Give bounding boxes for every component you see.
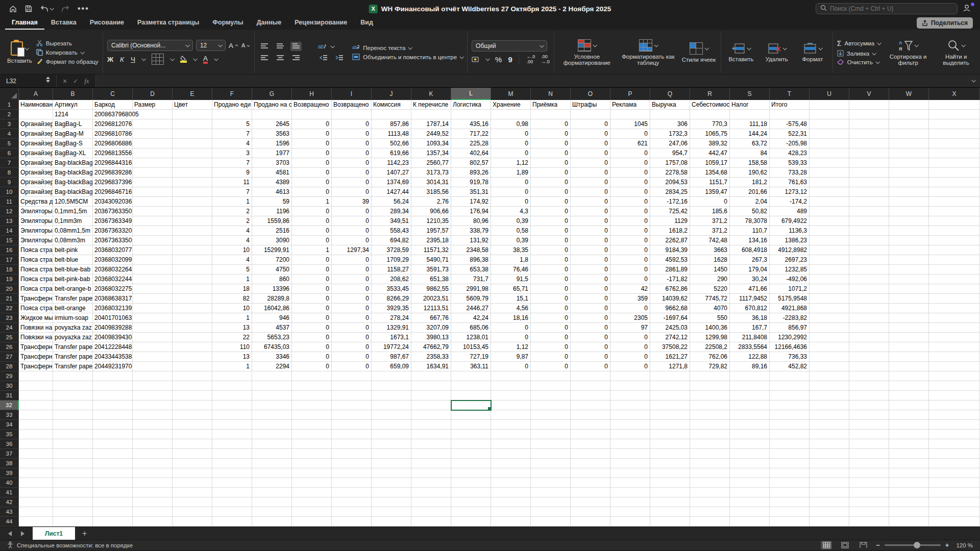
cell[interactable]: 1142,23	[372, 158, 411, 168]
cell[interactable]	[730, 459, 770, 468]
column-header[interactable]: S	[730, 88, 770, 100]
cell[interactable]: 0	[571, 265, 610, 274]
cell[interactable]	[929, 129, 980, 139]
cell[interactable]	[730, 468, 770, 478]
cell[interactable]: 5	[212, 119, 252, 129]
cell[interactable]: 1354,68	[690, 168, 730, 178]
cell[interactable]	[889, 265, 929, 274]
cell[interactable]	[889, 478, 929, 488]
cell[interactable]	[929, 517, 980, 527]
column-header[interactable]: X	[929, 88, 980, 100]
cell[interactable]: 0	[531, 226, 571, 236]
cell[interactable]: 18,16	[491, 313, 531, 323]
cell[interactable]: Transfer pape	[53, 342, 93, 352]
cell[interactable]: 15299,91	[252, 245, 292, 255]
cell[interactable]	[53, 517, 93, 527]
cell[interactable]: Bag-blackBag	[53, 168, 93, 178]
cell[interactable]	[491, 449, 531, 459]
cell[interactable]: 30,24	[730, 274, 770, 284]
cell[interactable]	[212, 449, 252, 459]
cell[interactable]: 20401701063	[93, 313, 133, 323]
cell[interactable]	[810, 323, 849, 333]
row-header[interactable]: 39	[0, 468, 19, 478]
cell[interactable]: 8266,29	[372, 294, 411, 304]
cell[interactable]: 1400,36	[690, 323, 730, 333]
cell[interactable]	[332, 449, 372, 459]
cell[interactable]: Органайзеры	[19, 139, 53, 148]
cell[interactable]	[810, 439, 849, 449]
cell[interactable]: 1238,01	[451, 333, 491, 342]
cell[interactable]	[531, 497, 571, 507]
cell[interactable]	[173, 507, 212, 517]
cell[interactable]: 1214	[53, 110, 93, 119]
cell[interactable]: 0	[491, 362, 531, 371]
cell[interactable]	[690, 468, 730, 478]
cell[interactable]	[451, 507, 491, 517]
cell[interactable]: 0	[571, 284, 610, 294]
cell[interactable]	[889, 459, 929, 468]
cell[interactable]: 1065,75	[690, 129, 730, 139]
row-header[interactable]: 31	[0, 391, 19, 400]
normal-view-icon[interactable]	[821, 541, 832, 549]
cell[interactable]: Органайзеры	[19, 158, 53, 168]
cell[interactable]	[133, 352, 173, 362]
cell[interactable]: 76,46	[491, 265, 531, 274]
cell[interactable]: 47662,79	[411, 342, 451, 352]
cell[interactable]: Эпиляторы	[19, 226, 53, 236]
cell[interactable]: 2008637968005	[93, 110, 133, 119]
cell[interactable]	[849, 323, 889, 333]
cell[interactable]	[451, 420, 491, 430]
cell[interactable]: 144,24	[730, 129, 770, 139]
page-layout-view-icon[interactable]	[839, 541, 850, 549]
cell[interactable]: 122,88	[730, 352, 770, 362]
cell[interactable]: 84	[730, 148, 770, 158]
cell[interactable]: 685,06	[451, 323, 491, 333]
cell[interactable]	[173, 517, 212, 527]
next-sheet-icon[interactable]	[21, 531, 24, 536]
cell[interactable]: 0	[292, 207, 332, 216]
cell[interactable]	[889, 488, 929, 497]
cell[interactable]	[292, 371, 332, 381]
cell[interactable]	[770, 410, 810, 420]
cell[interactable]: 1196	[252, 207, 292, 216]
cell[interactable]	[451, 410, 491, 420]
cell[interactable]: 0	[571, 158, 610, 168]
cell[interactable]	[252, 110, 292, 119]
column-header[interactable]: N	[531, 88, 571, 100]
cell[interactable]	[889, 381, 929, 391]
cell[interactable]	[610, 391, 650, 400]
cell[interactable]	[610, 371, 650, 381]
cell[interactable]: 12166,4636	[770, 342, 810, 352]
cell[interactable]	[252, 459, 292, 468]
number-format-combo[interactable]: Общий	[472, 40, 547, 52]
search-box[interactable]	[816, 3, 958, 14]
cell[interactable]: 9184,39	[650, 245, 690, 255]
cell[interactable]	[212, 439, 252, 449]
cell[interactable]	[730, 439, 770, 449]
cell[interactable]	[19, 391, 53, 400]
row-header[interactable]: 22	[0, 304, 19, 313]
cell[interactable]	[929, 139, 980, 148]
cell[interactable]	[690, 410, 730, 420]
cell[interactable]: 225,28	[451, 139, 491, 148]
cell[interactable]	[332, 430, 372, 439]
cell[interactable]: 0	[292, 294, 332, 304]
cell[interactable]: 0	[292, 216, 332, 226]
add-sheet-button[interactable]: +	[75, 527, 94, 540]
cell[interactable]	[173, 294, 212, 304]
row-header[interactable]: 18	[0, 265, 19, 274]
cell[interactable]: 0	[332, 352, 372, 362]
cell[interactable]	[372, 381, 411, 391]
cell[interactable]	[929, 255, 980, 265]
cell[interactable]	[889, 294, 929, 304]
cell[interactable]: 2516	[252, 226, 292, 236]
increase-font-icon[interactable]: A	[229, 42, 238, 49]
cell[interactable]: 0	[531, 129, 571, 139]
cell[interactable]	[133, 517, 173, 527]
cell[interactable]	[133, 197, 173, 207]
merge-center-button[interactable]: Объединить и поместить в центре	[352, 54, 463, 60]
cell[interactable]	[849, 284, 889, 294]
cell[interactable]: 1	[292, 245, 332, 255]
cell[interactable]: 0	[332, 294, 372, 304]
cell[interactable]	[292, 400, 332, 410]
